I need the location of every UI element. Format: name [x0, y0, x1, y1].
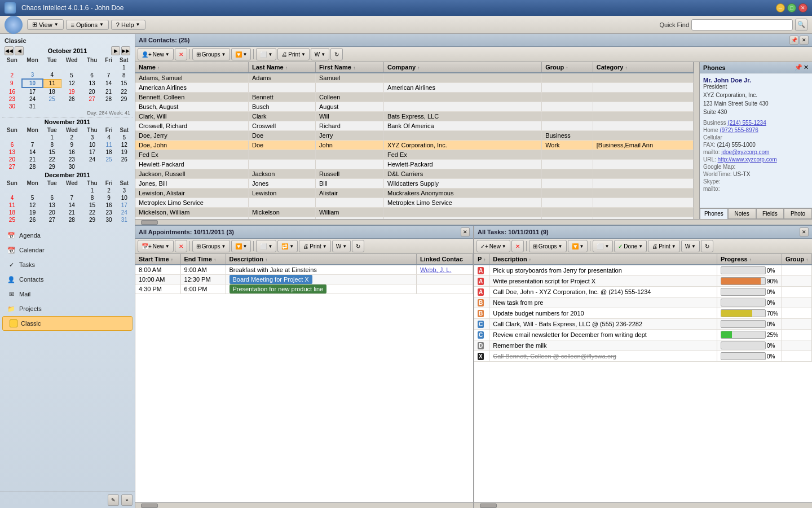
sidebar-item-contacts[interactable]: 👤 Contacts: [0, 272, 135, 287]
task-col-desc[interactable]: Description ↑: [489, 254, 717, 265]
table-row[interactable]: 4:30 PM 6:00 PM Presentation for new pro…: [135, 284, 473, 294]
task-col-progress[interactable]: Progress ↑: [717, 254, 782, 265]
appt-col-desc[interactable]: Description ↑: [226, 254, 417, 265]
tasks-close-btn[interactable]: ✕: [800, 227, 809, 237]
sidebar-item-tasks[interactable]: ✓ Tasks: [0, 257, 135, 272]
table-row[interactable]: B Update budget numbers for 2010 70%: [474, 308, 812, 319]
tasks-delete-btn[interactable]: ✕: [511, 240, 524, 252]
sidebar-item-calendar[interactable]: 📆 Calendar: [0, 243, 135, 257]
contacts-copy-btn[interactable]: ⬜ ▼: [256, 48, 276, 60]
tasks-scrollbar-h[interactable]: [474, 502, 812, 508]
nav-edit-btn[interactable]: ✎: [108, 494, 119, 506]
table-row[interactable]: Adams, Samuel Adams Samuel: [135, 73, 694, 83]
cal-prev-prev-btn[interactable]: ◀◀: [5, 46, 14, 55]
col-lastname[interactable]: Last Name ↑: [248, 62, 315, 73]
col-group[interactable]: Group ↑: [542, 62, 593, 73]
appointments-new-btn[interactable]: 📅+ New ▼: [138, 240, 174, 252]
appointments-scrollbar-h[interactable]: [135, 502, 473, 508]
appointments-groups-btn[interactable]: ⊞ Groups ▼: [192, 240, 230, 252]
contacts-word-btn[interactable]: W ▼: [311, 48, 329, 60]
table-row[interactable]: Hewlett-Packard Hewlett-Packard: [135, 160, 694, 169]
email-value[interactable]: jdoe@xyzcorp.com: [721, 149, 769, 155]
appointments-recur-btn[interactable]: 🔁 ▼: [277, 240, 298, 252]
contacts-filter-btn[interactable]: 🔽 ▼: [231, 48, 251, 60]
col-company[interactable]: Company ↑: [384, 62, 542, 73]
tasks-new-btn[interactable]: ✓+ New ▼: [476, 240, 510, 252]
sidebar-item-mail[interactable]: ✉ Mail: [0, 287, 135, 301]
col-firstname[interactable]: First Name ↑: [316, 62, 384, 73]
table-row[interactable]: A Pick up storyboards from Jerry for pre…: [474, 265, 812, 276]
help-menu-btn[interactable]: ? Help ▼: [111, 20, 145, 30]
table-row[interactable]: Mickelson, William Mickelson William: [135, 208, 694, 217]
appt-col-end[interactable]: End Time ↑: [180, 254, 226, 265]
appointments-copy-btn[interactable]: ⬜ ▼: [256, 240, 276, 252]
url-value[interactable]: http://www.xyzcorp.com: [718, 156, 777, 163]
quick-find-input[interactable]: [691, 19, 793, 30]
contacts-close-btn[interactable]: ✕: [800, 36, 809, 45]
tasks-done-btn[interactable]: ✓ Done ▼: [614, 240, 647, 252]
table-row[interactable]: Lewiston, Alistair Lewiston Alistair Muc…: [135, 189, 694, 198]
appointments-delete-btn[interactable]: ✕: [175, 240, 187, 252]
table-row[interactable]: Clark, Will Clark Will Bats Express, LLC: [135, 112, 694, 121]
table-row[interactable]: Bennett, Colleen Bennett Colleen: [135, 93, 694, 102]
table-row[interactable]: Croswell, Richard Croswell Richard Bank …: [135, 121, 694, 131]
phones-close-icon[interactable]: ✕: [804, 64, 809, 71]
phones-tab-fields[interactable]: Fields: [756, 208, 784, 219]
table-row[interactable]: C Call Clark, Will - Bats Express, LLC @…: [474, 319, 812, 330]
cal-prev-btn[interactable]: ◀: [15, 46, 24, 55]
table-row[interactable]: X Call Bennett, Colleen @ colleen@iflysw…: [474, 351, 812, 362]
table-row[interactable]: Doe, John Doe John XYZ Corporation, Inc.…: [135, 141, 694, 150]
table-row[interactable]: Jackson, Russell Jackson Russell D&L Car…: [135, 169, 694, 179]
col-category[interactable]: Category ↑: [593, 62, 693, 73]
close-btn[interactable]: ✕: [798, 3, 807, 12]
appointments-print-btn[interactable]: 🖨 Print ▼: [299, 240, 330, 252]
tasks-print-btn[interactable]: 🖨 Print ▼: [648, 240, 679, 252]
phones-tab-phones[interactable]: Phones: [700, 208, 728, 219]
col-name[interactable]: Name ↑: [135, 62, 248, 73]
table-row[interactable]: 8:00 AM 9:00 AM Breakfast with Jake at E…: [135, 265, 473, 275]
cal-next-next-btn[interactable]: ▶▶: [121, 46, 130, 55]
quick-find-button[interactable]: 🔍: [795, 19, 807, 31]
phones-tab-photo[interactable]: Photo: [784, 208, 812, 219]
view-menu-btn[interactable]: ⊞ View ▼: [27, 19, 64, 30]
table-row[interactable]: Jones, Bill Jones Bill Wildcatters Suppl…: [135, 179, 694, 189]
nav-expand-btn[interactable]: »: [121, 494, 133, 506]
table-row[interactable]: 10:00 AM 12:30 PM Board Meeting for Proj…: [135, 275, 473, 284]
contacts-scrollbar-v[interactable]: [694, 62, 699, 219]
phones-pin-icon[interactable]: 📌: [795, 64, 802, 71]
tasks-refresh-btn[interactable]: ↻: [701, 240, 713, 252]
table-row[interactable]: Doe, Jerry Doe Jerry Business: [135, 131, 694, 141]
sidebar-item-agenda[interactable]: 📅 Agenda: [0, 228, 135, 243]
table-row[interactable]: A Call Doe, John - XYZ Corporation, Inc.…: [474, 287, 812, 297]
table-row[interactable]: B New task from pre 0%: [474, 297, 812, 308]
appointments-filter-btn[interactable]: 🔽 ▼: [231, 240, 251, 252]
contacts-print-btn[interactable]: 🖨 Print ▼: [277, 48, 309, 60]
table-row[interactable]: A Write presentation script for Project …: [474, 276, 812, 287]
table-row[interactable]: C Review email newsletter for December f…: [474, 330, 812, 340]
tasks-word-btn[interactable]: W ▼: [681, 240, 700, 252]
contacts-groups-btn[interactable]: ⊞ Groups ▼: [192, 48, 230, 60]
task-col-priority[interactable]: P ↑: [474, 254, 489, 265]
options-menu-btn[interactable]: ≡ Options ▼: [66, 20, 109, 30]
contacts-pin-btn[interactable]: 📌: [789, 36, 798, 45]
contacts-refresh-btn[interactable]: ↻: [330, 48, 343, 60]
appointments-close-btn[interactable]: ✕: [461, 227, 470, 237]
table-row[interactable]: American Airlines American Airlines: [135, 83, 694, 93]
tasks-groups-btn[interactable]: ⊞ Groups ▼: [529, 240, 567, 252]
table-row[interactable]: Fed Ex Fed Ex: [135, 150, 694, 160]
contacts-scrollbar-h[interactable]: [135, 219, 812, 225]
table-row[interactable]: D Remember the milk 0%: [474, 340, 812, 351]
contacts-delete-btn[interactable]: ✕: [175, 48, 187, 60]
appt-col-contact[interactable]: Linked Contac: [417, 254, 473, 265]
table-row[interactable]: Metroplex Limo Service Metroplex Limo Se…: [135, 198, 694, 208]
appt-col-start[interactable]: Start Time ↑: [135, 254, 180, 265]
cal-next-btn[interactable]: ▶: [111, 46, 120, 55]
maximize-btn[interactable]: □: [787, 3, 796, 12]
appt-contact[interactable]: Webb, J. L.: [417, 265, 473, 275]
business-phone-value[interactable]: (214) 555-1234: [727, 120, 766, 126]
appointments-word-btn[interactable]: W ▼: [332, 240, 351, 252]
sidebar-item-classic[interactable]: Classic: [2, 316, 133, 331]
contacts-new-btn[interactable]: 👤+ New ▼: [138, 48, 174, 60]
appointments-refresh-btn[interactable]: ↻: [352, 240, 364, 252]
task-col-group[interactable]: Group ↑: [782, 254, 811, 265]
